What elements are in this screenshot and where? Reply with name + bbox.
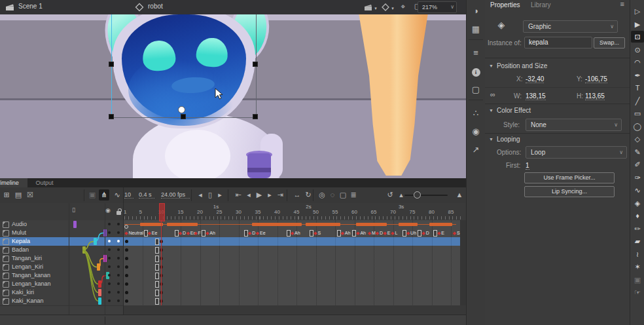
mouth-keyframe[interactable]: ◆Uh — [406, 229, 416, 237]
instance-name-field[interactable]: kepala — [524, 37, 592, 48]
lip-syncing-button[interactable]: Lip Syncing... — [524, 186, 615, 197]
step-back-icon[interactable]: ◂ — [243, 189, 254, 201]
selection-handle-se[interactable] — [253, 114, 258, 119]
info-panel-icon[interactable]: i — [467, 64, 485, 79]
text-tool[interactable]: T — [631, 82, 644, 94]
empty-keyframe[interactable] — [155, 264, 159, 271]
mouth-keyframe[interactable]: ◆L — [391, 229, 397, 237]
layer-name[interactable]: Mulut — [12, 229, 26, 237]
selection-handle-sw[interactable] — [109, 114, 114, 119]
layer-name[interactable]: Tangan_kanan — [12, 271, 50, 280]
elapsed-time[interactable]: 0.4 s — [139, 191, 154, 199]
mouth-keyframe[interactable]: ◆M — [368, 229, 376, 237]
empty-keyframe[interactable] — [155, 256, 159, 262]
w-value[interactable]: 138,15 — [526, 92, 546, 100]
empty-keyframe[interactable] — [155, 281, 159, 288]
ink-bottle-tool[interactable]: ♦ — [631, 210, 644, 221]
frame-ruler[interactable]: 1s2s3s1510152025303540455055606570758085 — [123, 203, 466, 221]
use-frame-picker-button[interactable]: Use Frame Picker... — [524, 172, 615, 183]
y-value[interactable]: -106,75 — [585, 75, 607, 83]
breadcrumb-symbol[interactable]: robot — [148, 3, 163, 10]
modify-markers-icon[interactable]: ≣ — [348, 189, 359, 201]
center-stage-icon[interactable]: ⌖ — [398, 2, 408, 11]
mouth-keyframe[interactable]: ◆D — [376, 229, 383, 237]
swatches-panel-icon[interactable]: ▦ — [467, 22, 485, 37]
tab-timeline[interactable]: Timeline — [0, 178, 27, 187]
keyframe-dot[interactable] — [125, 265, 128, 269]
keyframe-dot[interactable] — [125, 291, 128, 294]
mouth-keyframe[interactable]: ◆S — [453, 229, 460, 237]
camera-tool[interactable]: ▣ — [631, 274, 644, 286]
frame-row-Kepala[interactable] — [123, 237, 460, 246]
cc-libraries-panel-icon[interactable]: ◉ — [467, 124, 485, 139]
brush-tool[interactable]: ✐ — [631, 159, 644, 170]
selection-handle-e[interactable] — [253, 62, 258, 67]
h-value[interactable]: 113,65 — [585, 92, 605, 100]
frame-row-Kaki_Kanan[interactable] — [123, 297, 460, 306]
x-value[interactable]: -32,40 — [526, 75, 544, 83]
keyframe-dot[interactable] — [125, 299, 128, 303]
keyframe-dot[interactable] — [125, 257, 128, 260]
gradient-transform-tool[interactable]: ⊙ — [631, 44, 644, 56]
zoom-out-frames-icon[interactable]: ▴ — [396, 189, 406, 201]
empty-keyframe[interactable] — [155, 298, 159, 305]
layer-name[interactable]: Lengan_kanan — [12, 280, 51, 288]
mouth-keyframe[interactable]: ◆D — [421, 229, 429, 237]
layer-name[interactable]: Badan — [12, 246, 29, 254]
subselection-tool[interactable]: ▶ — [631, 18, 644, 30]
section-position-size[interactable]: ▼Position and Size — [489, 62, 547, 69]
pencil-tool[interactable]: ✎ — [631, 146, 644, 158]
frame-row-Kaki_kiri[interactable] — [123, 288, 460, 297]
frame-row-Mulut[interactable]: ◆Neutral◆Ee◆D◆Ee◆F◆Ah◆D◆Ee◆Ah◆S◆Ah◆Ah◆M◆… — [123, 229, 460, 238]
free-transform-tool[interactable]: ⊡ — [631, 31, 644, 43]
go-first-frame-icon[interactable]: ⇤ — [233, 189, 243, 201]
line-tool[interactable]: ╱ — [631, 95, 644, 107]
mouth-keyframe[interactable]: ◆Ee — [147, 229, 157, 237]
mouth-keyframe[interactable]: ◆E — [383, 229, 390, 237]
empty-keyframe[interactable] — [155, 247, 159, 254]
delete-layer-icon[interactable]: ☒ — [25, 189, 35, 201]
lasso-tool[interactable]: ◠ — [631, 56, 644, 68]
onion-outline-icon[interactable]: ◌ — [327, 189, 338, 201]
eyedropper-tool[interactable]: ✏ — [631, 223, 644, 235]
rectangle-tool[interactable]: ▭ — [631, 107, 644, 119]
onion-skin-icon[interactable]: ◎ — [317, 189, 327, 201]
mouth-keyframe[interactable]: ◆Ee — [256, 229, 266, 237]
bone-tool[interactable]: ∿ — [631, 184, 644, 196]
tab-properties[interactable]: Properties — [490, 1, 520, 9]
selection-bounding-box[interactable] — [111, 14, 257, 118]
keyframe-dot[interactable] — [125, 282, 128, 286]
mouth-keyframe[interactable]: ◆E — [437, 229, 444, 237]
link-dimensions-icon[interactable]: ∞ — [488, 90, 498, 98]
layer-name[interactable]: Tangan_kiri — [12, 254, 42, 263]
next-keyframe-icon[interactable]: ▸ — [215, 189, 225, 201]
layer-name[interactable]: Lengan_Kiri — [12, 263, 43, 271]
eraser-tool[interactable]: ▰ — [631, 235, 644, 247]
tab-output[interactable]: Output — [30, 178, 59, 187]
asset-warp-tool[interactable]: ✶ — [631, 261, 644, 273]
frame-counter[interactable]: 10 — [124, 191, 134, 199]
layer-name[interactable]: Kaki_kiri — [12, 288, 34, 297]
frame-row-Lengan_Kiri[interactable] — [123, 263, 460, 272]
mouth-keyframe[interactable]: ◆D — [179, 229, 186, 237]
selection-handle-w[interactable] — [109, 62, 114, 67]
step-forward-icon[interactable]: ▸ — [264, 189, 275, 201]
brushes-panel-icon[interactable]: ∴ — [467, 106, 485, 121]
section-color-effect[interactable]: ▼Color Effect — [489, 107, 531, 114]
transform-point[interactable] — [178, 106, 185, 113]
frame-row-Tangan_kiri[interactable] — [123, 254, 460, 263]
mouth-keyframe[interactable]: ◆Ah — [340, 229, 350, 237]
swap-button[interactable]: Swap... — [594, 37, 625, 48]
edit-symbol-icon[interactable] — [381, 3, 390, 12]
timeline-zoom-knob[interactable] — [414, 191, 421, 199]
center-playhead-icon[interactable]: ↔ — [292, 189, 302, 201]
color-panel-icon[interactable]: ◑ — [467, 4, 485, 18]
export-panel-icon[interactable]: ↗ — [467, 143, 485, 157]
style-dropdown[interactable]: None ∨ — [526, 119, 622, 131]
play-icon[interactable]: ▶ — [254, 189, 264, 201]
new-folder-icon[interactable]: ▤ — [13, 189, 24, 201]
mouth-keyframe[interactable]: ◆Neutral — [124, 229, 143, 237]
oval-tool[interactable]: ◯ — [631, 121, 644, 132]
reset-zoom-icon[interactable]: ↺ — [385, 189, 395, 201]
empty-keyframe[interactable] — [155, 290, 159, 296]
